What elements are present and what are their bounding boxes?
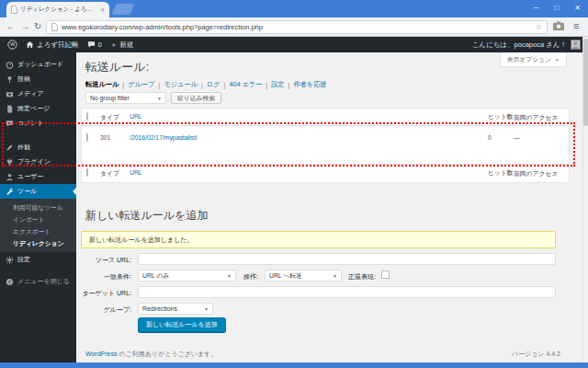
add-redirect-button[interactable]: 新しい転送ルールを追加 [138,317,226,332]
scrollbar-thumb[interactable] [583,39,588,126]
back-icon[interactable]: ← [6,21,16,31]
action-label: 操作: [243,272,258,282]
window-minimize-icon[interactable]: ─ [534,5,539,12]
new-tab-button[interactable] [111,4,134,15]
tools-submenu: 利用可能なツール インポート エクスポート リディレクション [0,199,76,252]
sidebar-item-posts[interactable]: 投稿 [0,72,76,86]
col-header-hits[interactable]: ヒット数 [488,109,514,121]
col-header-last-access[interactable]: 前回のアクセス [514,109,569,122]
group-select[interactable]: Redirections ▼ [138,303,213,315]
source-url-input[interactable] [138,253,556,265]
plugin-tabs: 転送ルール | グループ | モジュール | ログ | 404 エラー | 設定… [85,80,327,89]
url-text[interactable]: www.egokorodiary.com/wp-admin/tools.php?… [62,23,532,31]
bookmark-star-icon[interactable]: ☆ [536,23,542,31]
avatar[interactable] [571,40,581,50]
forward-icon[interactable]: → [20,21,29,31]
wp-admin-bar: W よろず日記帳 0 ＋ 新規 こんにちは、pocapoca さん！ [0,37,588,52]
wordpress-link[interactable]: WordPress [85,351,118,357]
admin-bar-comments[interactable]: 0 [87,40,102,49]
chevron-down-icon: ▼ [204,306,209,312]
screen-options-button[interactable]: 表示オプション ▼ [500,52,567,67]
tab-title: リディレクション - よろず日記帳 [20,6,97,14]
group-label: グループ: [76,305,131,315]
page-title: 転送ルール: [85,59,149,75]
table-footer-row: タイプ URL ヒット数 前回のアクセス [82,164,569,182]
tab-redirects[interactable]: 転送ルール [85,80,119,89]
redirects-table: タイプ URL ヒット数 前回のアクセス 301 /2016/02/17/myp… [81,108,570,183]
comment-bubble-icon [87,40,96,49]
select-all-checkbox[interactable] [86,112,88,121]
row-hits: 0 [488,126,514,142]
chevron-down-icon: ▼ [333,273,337,279]
submenu-redirection[interactable]: リディレクション [0,237,76,249]
wp-logo-icon[interactable]: W [7,40,17,50]
filter-search-button[interactable]: 絞り込み検索 [171,92,221,104]
sidebar-item-dashboard[interactable]: ダッシュボード [0,57,76,72]
browser-menu-icon[interactable]: ≡ [573,20,579,31]
match-select[interactable]: URL のみ ▼ [138,270,236,282]
group-filter-select[interactable]: No group filter ▼ [85,92,166,104]
window-close-icon[interactable]: ✕ [574,5,581,12]
main-content: 表示オプション ▼ 転送ルール: 転送ルール | グループ | モジュール | … [76,52,588,362]
select-all-checkbox-bottom[interactable] [86,168,88,177]
admin-bar-site-link[interactable]: よろず日記帳 [26,40,79,50]
col-footer-url[interactable]: URL [130,165,488,176]
action-select[interactable]: URL へ転送 ▼ [265,270,342,282]
sidebar-item-appearance[interactable]: 外観 [0,140,76,155]
admin-bar-new[interactable]: ＋ 新規 [110,40,134,50]
plug-icon [6,158,14,167]
reload-icon[interactable]: ↻ [34,21,41,31]
address-bar[interactable]: www.egokorodiary.com/wp-admin/tools.php?… [46,20,548,34]
extension-camera-icon[interactable] [553,21,564,30]
tab-groups[interactable]: グループ [128,80,154,89]
browser-tab[interactable]: リディレクション - よろず日記帳 ✕ [6,2,109,17]
row-checkbox[interactable] [86,133,88,142]
target-url-input[interactable] [138,286,556,298]
window-bottom-edge [0,362,588,368]
greeting-text[interactable]: こんにちは、pocapoca さん！ [472,40,567,50]
table-row: 301 /2016/02/17/mypastalist/ 0 — [82,126,569,164]
col-header-type[interactable]: タイプ [100,109,130,122]
sidebar-item-plugins[interactable]: プラグイン [0,155,76,169]
tab-support-author[interactable]: 作者を応援 [293,80,326,89]
pushpin-icon [6,75,14,84]
browser-toolbar: ← → ↻ www.egokorodiary.com/wp-admin/tool… [0,17,588,37]
row-url-link[interactable]: /2016/02/17/mypastalist/ [130,134,198,141]
page-favicon-icon [11,6,17,14]
plus-icon: ＋ [110,40,118,50]
sidebar-item-media[interactable]: メディア [0,86,76,101]
tab-log[interactable]: ログ [207,80,220,89]
submenu-available-tools[interactable]: 利用可能なツール [0,201,76,213]
page-icon [51,23,58,31]
col-footer-last-access[interactable]: 前回のアクセス [514,165,569,178]
wrench-icon [6,188,14,196]
target-url-label: ターゲット URL: [76,289,131,298]
col-header-url[interactable]: URL [130,109,488,120]
tab-close-icon[interactable]: ✕ [100,6,105,13]
admin-sidebar: ダッシュボード 投稿 メディア 固定ページ コメント 外観 プラグイン [0,52,76,362]
sidebar-item-pages[interactable]: 固定ページ [0,101,76,116]
chevron-down-icon: ▼ [227,273,232,279]
add-redirect-heading: 新しい転送ルールを追加 [85,208,208,224]
page-icon [6,105,14,113]
sidebar-gap [0,267,76,274]
regex-label: 正規表現: [348,272,376,282]
submenu-export[interactable]: エクスポート [0,225,76,237]
tab-404-errors[interactable]: 404 エラー [229,80,262,89]
tab-options[interactable]: 設定 [271,80,284,89]
sidebar-item-comments[interactable]: コメント [0,116,76,131]
tab-modules[interactable]: モジュール [164,80,198,89]
collapse-icon [6,278,14,286]
col-footer-type[interactable]: タイプ [100,165,130,178]
scrollbar[interactable] [582,37,588,362]
sidebar-item-users[interactable]: ユーザー [0,169,76,184]
submenu-import[interactable]: インポート [0,213,76,225]
row-last-access: — [514,126,569,141]
collapse-menu-button[interactable]: メニューを閉じる [0,274,76,289]
window-maximize-icon[interactable]: □ [554,5,559,12]
sidebar-item-tools[interactable]: ツール [0,184,76,199]
col-footer-hits[interactable]: ヒット数 [488,165,514,177]
regex-checkbox[interactable] [381,270,390,279]
svg-text:W: W [10,42,15,47]
sidebar-item-settings[interactable]: 設定 [0,252,76,267]
